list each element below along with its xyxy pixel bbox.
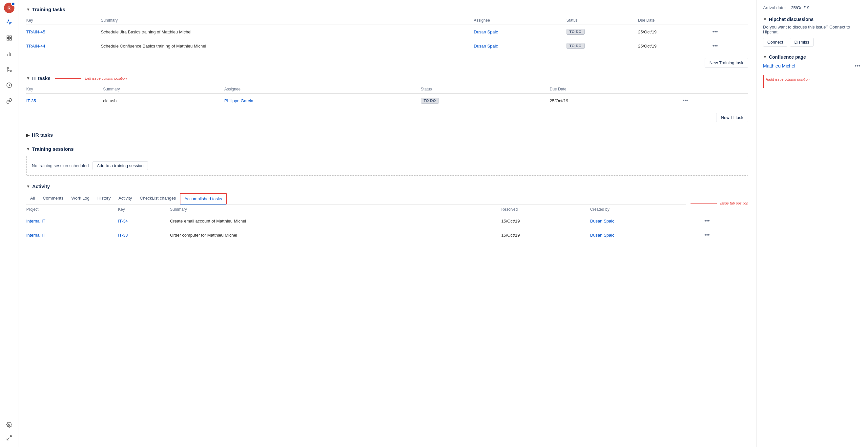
acc-more-button[interactable]: ••• bbox=[703, 217, 711, 225]
hipchat-description: Do you want to discuss this issue? Conne… bbox=[763, 25, 862, 34]
arrival-label: Arrival date: bbox=[763, 5, 786, 10]
confluence-header: ▼ Confluence page bbox=[763, 55, 862, 60]
table-row: Internal IT IT-34 Create email account o… bbox=[26, 214, 748, 228]
tab-all[interactable]: All bbox=[26, 193, 39, 205]
avatar[interactable]: R bbox=[4, 3, 14, 13]
it-tasks-title: IT tasks bbox=[32, 75, 51, 81]
confluence-title: Confluence page bbox=[769, 55, 806, 60]
arrival-value: 25/Oct/19 bbox=[791, 5, 809, 10]
acc-key-link[interactable]: IT-33 bbox=[118, 233, 128, 238]
add-to-training-session-button[interactable]: Add to a training session bbox=[93, 161, 148, 170]
training-col-actions bbox=[711, 16, 748, 25]
it-tasks-section: ▼ IT tasks Left issue column position Ke… bbox=[26, 75, 748, 122]
confluence-more-button[interactable]: ••• bbox=[853, 62, 862, 69]
notification-badge bbox=[11, 2, 15, 6]
tab-annotation-text: Issue tab position bbox=[720, 201, 748, 205]
training-key-link[interactable]: TRAIN-44 bbox=[26, 43, 45, 48]
tab-comments[interactable]: Comments bbox=[39, 193, 67, 205]
it-new-task-row: New IT task bbox=[26, 110, 748, 122]
training-tasks-header[interactable]: ▼ Training tasks bbox=[26, 6, 748, 12]
sidebar-icon-dashboard[interactable] bbox=[3, 31, 16, 44]
toggle-training-icon: ▼ bbox=[26, 7, 30, 12]
new-training-task-button[interactable]: New Training task bbox=[705, 58, 748, 68]
it-assignee-link[interactable]: Philippe Garcia bbox=[224, 98, 253, 103]
training-sessions-header[interactable]: ▼ Training sessions bbox=[26, 146, 748, 152]
training-new-task-row: New Training task bbox=[26, 56, 748, 68]
activity-header[interactable]: ▼ Activity bbox=[26, 183, 748, 189]
hipchat-connect-button[interactable]: Connect bbox=[763, 38, 787, 46]
tab-activity[interactable]: Activity bbox=[115, 193, 136, 205]
training-sessions-title: Training sessions bbox=[32, 146, 74, 152]
acc-col-createdby: Created by bbox=[590, 205, 703, 214]
confluence-page-row: Matthieu Michel ••• bbox=[763, 62, 862, 69]
training-col-summary: Summary bbox=[101, 16, 474, 25]
right-annotation-line-wrapper bbox=[763, 75, 764, 88]
status-badge: TO DO bbox=[566, 43, 585, 49]
table-row: TRAIN-44 Schedule Confluence Basics trai… bbox=[26, 39, 748, 53]
sidebar-icon-circle[interactable] bbox=[3, 79, 16, 92]
toggle-hr-icon: ▶ bbox=[26, 132, 30, 138]
acc-createdby-link[interactable]: Dusan Spaic bbox=[590, 233, 614, 238]
tab-accomplished-tasks[interactable]: Accomplished tasks bbox=[180, 193, 227, 205]
toggle-it-icon: ▼ bbox=[26, 76, 30, 81]
it-more-button[interactable]: ••• bbox=[681, 97, 689, 104]
hipchat-header: ▼ Hipchat discussions bbox=[763, 17, 862, 22]
toggle-hipchat-icon: ▼ bbox=[763, 17, 767, 22]
training-summary: Schedule Jira Basics training of Matthie… bbox=[101, 25, 474, 39]
training-assignee-link[interactable]: Dusan Spaic bbox=[474, 30, 498, 34]
tab-checklist-changes[interactable]: CheckList changes bbox=[136, 193, 180, 205]
acc-summary: Create email account of Matthieu Michel bbox=[170, 214, 501, 228]
activity-tabs: AllCommentsWork LogHistoryActivityCheckL… bbox=[26, 193, 686, 205]
svg-rect-2 bbox=[9, 39, 11, 40]
acc-key-link[interactable]: IT-34 bbox=[118, 218, 128, 224]
it-key-link[interactable]: IT-35 bbox=[26, 98, 36, 103]
table-row: TRAIN-45 Schedule Jira Basics training o… bbox=[26, 25, 748, 39]
it-tasks-table: Key Summary Assignee Status Due Date IT-… bbox=[26, 85, 748, 107]
hipchat-buttons: Connect Dismiss bbox=[763, 38, 862, 46]
hipchat-dismiss-button[interactable]: Dismiss bbox=[790, 38, 813, 46]
it-tasks-header[interactable]: ▼ IT tasks bbox=[26, 75, 51, 81]
training-duedate: 25/Oct/19 bbox=[638, 25, 711, 39]
right-panel: Arrival date: 25/Oct/19 ▼ Hipchat discus… bbox=[756, 0, 868, 447]
status-badge: TO DO bbox=[566, 29, 585, 35]
activity-section: ▼ Activity AllCommentsWork LogHistoryAct… bbox=[26, 183, 748, 242]
acc-col-actions bbox=[703, 205, 748, 214]
tab-annotation-row: Issue tab position bbox=[688, 201, 748, 205]
training-key-link[interactable]: TRAIN-45 bbox=[26, 30, 45, 34]
sidebar: R bbox=[0, 0, 19, 447]
sidebar-icon-git[interactable] bbox=[3, 63, 16, 76]
acc-project-link[interactable]: Internal IT bbox=[26, 218, 45, 224]
new-it-task-button[interactable]: New IT task bbox=[716, 113, 748, 122]
svg-rect-3 bbox=[7, 39, 8, 40]
right-annotation-vline bbox=[763, 75, 764, 88]
toggle-sessions-icon: ▼ bbox=[26, 147, 30, 151]
right-annotation: Right issue column position bbox=[763, 75, 862, 88]
acc-col-project: Project bbox=[26, 205, 118, 214]
acc-col-resolved: Resolved bbox=[501, 205, 590, 214]
no-session-label: No training session scheduled bbox=[32, 163, 89, 168]
sidebar-icon-link[interactable] bbox=[3, 94, 16, 107]
svg-line-12 bbox=[7, 439, 8, 440]
sidebar-icon-expand[interactable] bbox=[3, 431, 16, 444]
sidebar-icon-gear[interactable] bbox=[3, 418, 16, 431]
svg-line-11 bbox=[9, 436, 11, 437]
sidebar-icon-pulse[interactable] bbox=[3, 16, 16, 29]
acc-more-button[interactable]: ••• bbox=[703, 231, 711, 239]
training-assignee-link[interactable]: Dusan Spaic bbox=[474, 43, 498, 48]
hr-tasks-section[interactable]: ▶ HR tasks bbox=[26, 130, 748, 140]
it-tasks-header-row: ▼ IT tasks Left issue column position bbox=[26, 75, 748, 81]
status-badge: TO DO bbox=[421, 98, 439, 104]
acc-project-link[interactable]: Internal IT bbox=[26, 233, 45, 238]
tab-work-log[interactable]: Work Log bbox=[67, 193, 93, 205]
it-summary: cle usb bbox=[103, 94, 224, 108]
it-col-actions bbox=[681, 85, 748, 94]
confluence-page-link[interactable]: Matthieu Michel bbox=[763, 63, 795, 68]
training-more-button[interactable]: ••• bbox=[711, 28, 719, 35]
training-col-duedate: Due Date bbox=[638, 16, 711, 25]
sidebar-icon-chart[interactable] bbox=[3, 47, 16, 60]
acc-createdby-link[interactable]: Dusan Spaic bbox=[590, 218, 614, 224]
training-col-key: Key bbox=[26, 16, 101, 25]
tab-history[interactable]: History bbox=[93, 193, 115, 205]
arrival-row: Arrival date: 25/Oct/19 bbox=[763, 5, 862, 10]
training-more-button[interactable]: ••• bbox=[711, 42, 719, 49]
